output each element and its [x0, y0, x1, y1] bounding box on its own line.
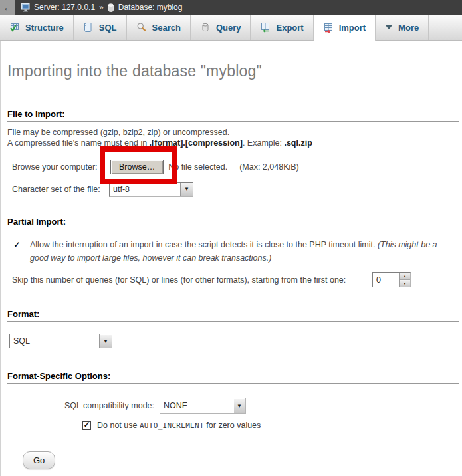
browse-button[interactable]: Browse…	[110, 160, 164, 174]
check-icon: ✓	[13, 241, 20, 249]
max-upload-size: (Max: 2,048KiB)	[239, 162, 299, 172]
tab-import[interactable]: Import	[314, 15, 376, 41]
format-select[interactable]: SQL ▼	[9, 334, 112, 348]
sql-icon	[83, 22, 94, 33]
no-file-selected-text: No file selected.	[168, 162, 227, 172]
filename-rule-prefix: A compressed file's name must end in	[7, 138, 150, 148]
format-select-value: SQL	[10, 334, 99, 348]
import-icon	[323, 23, 334, 33]
charset-label: Character set of the file:	[12, 185, 109, 194]
breadcrumb-server[interactable]: Server: 127.0.0.1	[34, 3, 95, 12]
search-icon	[136, 22, 147, 33]
section-heading-partial-import: Partial Import:	[7, 217, 459, 229]
browse-row: Browse your computer: Browse… No file se…	[7, 159, 462, 174]
charset-row: Character set of the file: utf-8 ▼	[7, 181, 462, 197]
auto-increment-prefix: Do not use	[97, 421, 140, 430]
tab-label: SQL	[99, 23, 117, 33]
stepper-down-button[interactable]: ▼	[400, 280, 410, 287]
back-button[interactable]: ←	[0, 0, 15, 15]
sql-compatibility-row: SQL compatibility mode: NONE ▼	[7, 398, 462, 414]
go-row: Go	[7, 451, 462, 476]
auto-increment-checkbox[interactable]: ✓	[82, 421, 91, 430]
tab-label: Query	[216, 23, 241, 33]
tab-label: More	[398, 23, 419, 33]
tab-search[interactable]: Search	[127, 15, 191, 40]
skip-queries-row: Skip this number of queries (for SQL) or…	[7, 272, 411, 287]
structure-icon	[9, 22, 20, 33]
file-import-description: File may be compressed (gzip, bzip2, zip…	[7, 128, 462, 148]
stepper-up-button[interactable]: ▲	[400, 273, 410, 280]
sql-compatibility-label: SQL compatibility mode:	[64, 401, 154, 410]
allow-interruption-row: ✓ Allow the interruption of an import in…	[7, 239, 448, 265]
sql-compatibility-value: NONE	[160, 398, 233, 413]
export-icon	[260, 22, 271, 33]
auto-increment-suffix: for zero values	[204, 421, 261, 430]
skip-queries-stepper[interactable]: ▲ ▼	[372, 272, 411, 287]
browse-label: Browse your computer:	[12, 162, 110, 172]
sql-compatibility-select[interactable]: NONE ▼	[160, 398, 246, 414]
tab-query[interactable]: Query	[191, 15, 251, 40]
tab-label: Export	[276, 23, 303, 33]
tab-sql[interactable]: SQL	[74, 15, 127, 40]
allow-interruption-text: Allow the interruption of an import in c…	[30, 239, 448, 265]
filename-rule-mid: . Example:	[243, 138, 285, 148]
charset-select[interactable]: utf-8 ▼	[109, 182, 193, 197]
skip-queries-label: Skip this number of queries (for SQL) or…	[12, 275, 346, 285]
filename-rule-example: .sql.zip	[284, 138, 312, 148]
section-heading-file-to-import: File to Import:	[7, 109, 459, 122]
charset-select-value: utf-8	[110, 183, 180, 196]
filename-rule-pattern: .[format].[compression]	[150, 138, 243, 148]
database-icon	[108, 3, 115, 12]
auto-increment-text: Do not use AUTO_INCREMENT for zero value…	[97, 421, 261, 430]
tab-label: Import	[339, 23, 366, 33]
check-icon: ✓	[83, 421, 90, 429]
breadcrumb-database[interactable]: Database: myblog	[118, 3, 183, 12]
auto-increment-row: ✓ Do not use AUTO_INCREMENT for zero val…	[7, 421, 462, 430]
server-icon	[21, 3, 31, 12]
chevron-down-icon: ▼	[233, 398, 245, 413]
chevron-down-icon: ▼	[180, 183, 193, 196]
section-heading-format: Format:	[7, 309, 459, 322]
main-content: Importing into the database "myblog" Fil…	[0, 41, 462, 476]
query-icon	[200, 22, 211, 33]
chevron-down-icon	[385, 25, 393, 30]
tab-label: Structure	[25, 23, 64, 33]
tab-bar: Structure SQL Search Query Export Import	[0, 15, 462, 41]
compression-info-line: File may be compressed (gzip, bzip2, zip…	[7, 128, 229, 137]
allow-interruption-checkbox[interactable]: ✓	[13, 241, 21, 249]
tabbar-filler	[429, 15, 462, 40]
tab-export[interactable]: Export	[251, 15, 313, 40]
page-title: Importing into the database "myblog"	[7, 41, 462, 80]
stepper-buttons: ▲ ▼	[399, 273, 410, 287]
section-heading-format-options: Format-Specific Options:	[7, 371, 459, 384]
skip-queries-input[interactable]	[373, 273, 399, 287]
chevron-down-icon: ▼	[99, 334, 112, 348]
auto-increment-code: AUTO_INCREMENT	[140, 421, 204, 430]
tab-structure[interactable]: Structure	[0, 15, 74, 40]
breadcrumb-separator: »	[99, 3, 104, 12]
go-button[interactable]: Go	[23, 451, 55, 469]
tab-more[interactable]: More	[376, 15, 429, 40]
tab-label: Search	[152, 23, 181, 33]
breadcrumb-bar: ← Server: 127.0.0.1 » Database: myblog	[0, 0, 462, 15]
allow-interruption-main: Allow the interruption of an import in c…	[30, 240, 378, 249]
